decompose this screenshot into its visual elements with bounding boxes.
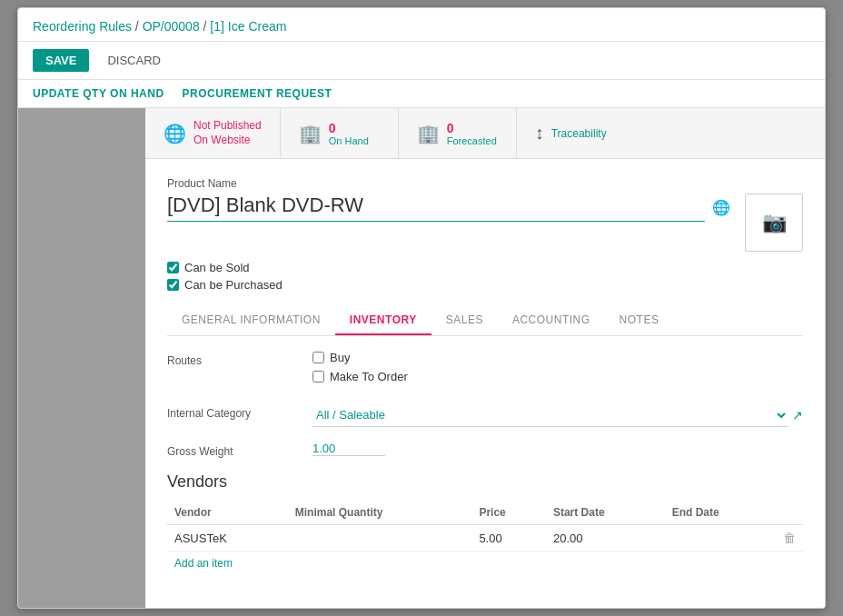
on-hand-label: On Hand xyxy=(329,135,369,146)
top-nav: UPDATE QTY ON HAND PROCUREMENT REQUEST xyxy=(18,80,825,108)
delete-cell: 🗑 xyxy=(776,525,803,551)
breadcrumb-op[interactable]: OP/00008 xyxy=(143,19,200,34)
tab-accounting[interactable]: ACCOUNTING xyxy=(498,306,605,335)
left-sidebar xyxy=(18,108,145,608)
can-be-sold-checkbox[interactable] xyxy=(167,262,179,273)
add-item-link[interactable]: Add an item xyxy=(167,551,240,575)
can-be-purchased-label: Can be Purchased xyxy=(184,278,283,292)
product-globe-icon[interactable]: 🌐 xyxy=(712,199,730,216)
vendors-table: Vendor Minimal Quantity Price Start Date… xyxy=(167,501,803,551)
on-hand-stat[interactable]: 🏢 0 On Hand xyxy=(281,108,399,158)
traceability-stat[interactable]: ↕ Traceability xyxy=(517,108,635,158)
route-make-to-order: Make To Order xyxy=(312,370,803,383)
can-be-purchased-row[interactable]: Can be Purchased xyxy=(167,278,803,292)
tab-notes[interactable]: NOTES xyxy=(605,306,674,335)
start-date-cell: 20.00 xyxy=(546,525,665,551)
not-published-stat[interactable]: 🌐 Not PublishedOn Website xyxy=(145,108,281,158)
tab-general-information[interactable]: GENERAL INFORMATION xyxy=(167,306,335,335)
vendor-col-header: Vendor xyxy=(167,501,288,525)
can-be-sold-label: Can be Sold xyxy=(184,261,250,274)
warehouse-icon: 🏢 xyxy=(299,123,322,144)
stats-bar: 🌐 Not PublishedOn Website 🏢 0 On Hand 🏢 xyxy=(145,108,825,159)
internal-category-label: Internal Category xyxy=(167,403,312,420)
gross-weight-row: Gross Weight xyxy=(167,442,803,458)
price-cell: 5.00 xyxy=(471,525,546,551)
tab-inventory[interactable]: INVENTORY xyxy=(335,306,431,335)
save-button[interactable]: SAVE xyxy=(33,49,89,72)
external-link-icon[interactable]: ↗ xyxy=(792,408,803,422)
on-hand-number: 0 xyxy=(329,121,369,135)
main-panel: 🌐 Not PublishedOn Website 🏢 0 On Hand 🏢 xyxy=(145,108,825,608)
gross-weight-input[interactable] xyxy=(312,442,385,456)
product-name-input[interactable] xyxy=(167,194,705,222)
route-buy-label: Buy xyxy=(330,351,350,364)
vendor-name-cell: ASUSTeK xyxy=(167,525,288,551)
can-be-sold-row[interactable]: Can be Sold xyxy=(167,261,803,274)
product-image[interactable]: 📷 xyxy=(745,194,803,252)
forecast-icon: 🏢 xyxy=(417,123,440,144)
procurement-request-nav[interactable]: PROCUREMENT REQUEST xyxy=(183,87,332,100)
product-name-row: 🌐 📷 xyxy=(167,194,803,252)
internal-category-value: All / Saleable ↗ xyxy=(312,403,803,427)
route-buy-checkbox[interactable] xyxy=(312,352,324,363)
inventory-tab-content: Routes Buy Make To Order xyxy=(167,336,803,590)
breadcrumb-bar: Reordering Rules / OP/00008 / [1] Ice Cr… xyxy=(18,8,825,42)
vendors-title: Vendors xyxy=(167,472,803,492)
traceability-icon: ↕ xyxy=(535,123,544,144)
traceability-label: Traceability xyxy=(551,127,607,140)
start-date-col-header: Start Date xyxy=(546,501,665,525)
price-col-header: Price xyxy=(471,501,546,525)
route-make-to-order-label: Make To Order xyxy=(330,370,408,383)
internal-category-row: Internal Category All / Saleable ↗ xyxy=(167,403,803,427)
form-area: Product Name 🌐 📷 Can be Sold xyxy=(145,159,825,608)
breadcrumb: Reordering Rules / OP/00008 / [1] Ice Cr… xyxy=(33,19,286,34)
forecasted-stat[interactable]: 🏢 0 Forecasted xyxy=(399,108,517,158)
camera-icon: 📷 xyxy=(762,211,787,234)
route-buy: Buy xyxy=(312,351,803,364)
gross-weight-value xyxy=(312,442,803,456)
min-qty-col-header: Minimal Quantity xyxy=(288,501,472,525)
can-be-purchased-checkbox[interactable] xyxy=(167,279,179,291)
tab-sales[interactable]: SALES xyxy=(431,306,498,335)
forecasted-number: 0 xyxy=(447,121,497,135)
routes-label: Routes xyxy=(167,351,312,367)
globe-icon: 🌐 xyxy=(164,123,186,144)
end-date-col-header: End Date xyxy=(665,501,776,525)
content-area: 🌐 Not PublishedOn Website 🏢 0 On Hand 🏢 xyxy=(18,108,825,608)
breadcrumb-product[interactable]: [1] Ice Cream xyxy=(210,19,286,34)
routes-value: Buy Make To Order xyxy=(312,351,803,389)
breadcrumb-reordering[interactable]: Reordering Rules xyxy=(33,19,132,34)
action-col-header xyxy=(776,501,803,525)
action-bar: SAVE DISCARD xyxy=(18,42,825,80)
gross-weight-label: Gross Weight xyxy=(167,442,312,458)
checkboxes: Can be Sold Can be Purchased xyxy=(167,261,803,292)
not-published-label: Not PublishedOn Website xyxy=(193,119,262,147)
table-row: ASUSTeK 5.00 20.00 🗑 xyxy=(167,525,803,551)
update-qty-nav[interactable]: UPDATE QTY ON HAND xyxy=(33,87,164,100)
delete-row-icon[interactable]: 🗑 xyxy=(783,531,796,545)
product-name-label: Product Name xyxy=(167,177,803,190)
forecasted-label: Forecasted xyxy=(447,135,497,146)
vendors-section: Vendors Vendor Minimal Quantity Price St… xyxy=(167,472,803,575)
tabs: GENERAL INFORMATION INVENTORY SALES ACCO… xyxy=(167,306,803,336)
min-qty-cell xyxy=(288,525,472,551)
discard-button[interactable]: DISCARD xyxy=(100,49,168,72)
routes-row: Routes Buy Make To Order xyxy=(167,351,803,389)
route-make-to-order-checkbox[interactable] xyxy=(312,371,324,383)
end-date-cell xyxy=(665,525,776,551)
vendors-table-header: Vendor Minimal Quantity Price Start Date… xyxy=(167,501,803,525)
internal-category-select[interactable]: All / Saleable xyxy=(312,403,788,427)
